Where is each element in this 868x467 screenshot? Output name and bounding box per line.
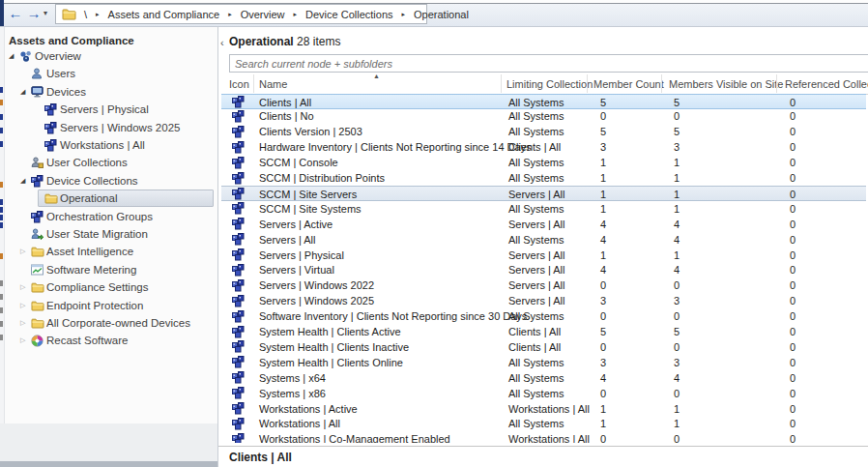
tree-collapsed-icon[interactable]: ▷ [20,336,25,344]
table-header: ▲ IconNameLimiting CollectionMember Coun… [221,73,868,95]
column-header-name[interactable]: Name [259,78,287,90]
sidebar-item-orchestration-groups[interactable]: Orchestration Groups [5,209,217,226]
collection-icon [232,340,245,353]
breadcrumb-segment-assets-and-compliance[interactable]: Assets and Compliance [108,9,220,20]
table-row-hardware-inventory-clients-not-reporting-since-14-days[interactable]: Hardware Inventory | Clients Not Reporti… [221,140,866,156]
table-row-servers-physical[interactable]: Servers | PhysicalServers | All110 [221,248,866,263]
column-divider[interactable] [501,74,502,93]
table-row-servers-all[interactable]: Servers | AllAll Systems440 [221,232,866,248]
row-limiting-collection: All Systems [508,157,564,168]
column-divider[interactable] [587,74,588,93]
breadcrumb-segment-overview[interactable]: Overview [241,9,285,20]
breadcrumb-segment-operational[interactable]: Operational [414,9,469,20]
table-row-clients-no[interactable]: Clients | NoAll Systems000 [221,109,866,125]
table-row-system-health-clients-online[interactable]: System Health | Clients OnlineAll System… [221,355,866,370]
sidebar-item-label: Operational [60,192,117,204]
sidebar-item-overview[interactable]: ◢Overview [5,48,217,66]
table-row-servers-windows-2025[interactable]: Servers | Windows 2025Servers | All330 [221,294,866,309]
breadcrumb-separator-icon: ▸ [219,11,241,18]
sidebar-item-recast-software[interactable]: ▷Recast Software [5,333,217,350]
search-input[interactable] [229,54,868,73]
column-header-member-count[interactable]: Member Count [593,78,664,90]
sidebar-item-servers-windows-2025[interactable]: Servers | Windows 2025 [5,120,217,137]
sidebar-item-compliance-settings[interactable]: ▷Compliance Settings [5,279,217,297]
table-row-sccm-distribution-points[interactable]: SCCM | Distribution PointsAll Systems110 [221,171,866,187]
table-row-systems-x86[interactable]: Systems | x86All Systems000 [221,386,866,401]
table-row-workstations-co-management-enabled[interactable]: Workstations | Co-Management EnabledWork… [221,432,866,443]
back-arrow-icon: ← [9,5,23,21]
column-divider[interactable] [661,74,662,93]
row-referenced-collection: 0 [790,418,796,429]
table-row-sccm-console[interactable]: SCCM | ConsoleAll Systems110 [221,156,866,171]
history-dropdown-icon[interactable]: ▾ [43,9,47,17]
tree-collapsed-icon[interactable]: ▷ [20,319,25,327]
row-members-visible: 1 [674,189,680,200]
column-divider[interactable] [776,74,777,93]
sidebar-item-devices[interactable]: ◢Devices [5,84,217,102]
collection-icon [44,103,58,116]
column-header-icon[interactable]: Icon [229,78,249,90]
collapse-sidebar-icon[interactable]: ‹ [220,37,224,48]
collection-icon [232,310,245,323]
row-referenced-collection: 0 [790,219,796,230]
sidebar-item-user-state-migration[interactable]: User State Migration [5,226,217,244]
clipped-icon-fragment [0,128,3,133]
clipped-icon-fragment [0,222,3,228]
table-row-system-health-clients-active[interactable]: System Health | Clients ActiveClients | … [221,325,866,340]
tree-collapsed-icon[interactable]: ▷ [20,283,25,291]
table-row-sccm-site-systems[interactable]: SCCM | Site SystemsAll Systems110 [221,201,866,217]
collection-icon [232,418,245,430]
row-referenced-collection: 0 [790,249,796,261]
sidebar-item-label: User Collections [46,157,128,168]
table-row-sccm-site-servers[interactable]: SCCM | Site ServersServers | All110 [221,186,866,201]
table-row-clients-all[interactable]: Clients | AllAll Systems550 [221,94,866,109]
sidebar-item-device-collections[interactable]: ◢Device Collections [5,173,217,190]
table-row-clients-version-2503[interactable]: Clients Version | 2503All Systems550 [221,125,866,140]
tree-collapsed-icon[interactable]: ▷ [20,248,25,255]
row-referenced-collection: 0 [790,97,796,108]
row-limiting-collection: All Systems [508,357,564,368]
table-row-software-inventory-clients-not-reporting-since-30-days[interactable]: Software Inventory | Clients Not Reporti… [221,309,866,325]
table-row-servers-active[interactable]: Servers | ActiveServers | All440 [221,217,866,232]
tree-collapsed-icon[interactable]: ▷ [20,302,25,309]
configuration-manager-console: ← → ▾ \ ▸Assets and Compliance▸Overview▸… [0,0,868,467]
collection-icon [31,175,44,188]
row-name: SCCM | Site Systems [259,203,362,215]
forward-button[interactable]: → [25,3,43,22]
row-limiting-collection: All Systems [508,418,564,429]
tree-expanded-icon[interactable]: ◢ [9,52,14,60]
column-header-referenced-collection[interactable]: Referenced Collection [785,78,868,90]
row-name: SCCM | Distribution Points [259,172,385,184]
back-button[interactable]: ← [7,3,24,22]
row-referenced-collection: 0 [790,110,796,122]
sidebar-item-user-collections[interactable]: User Collections [5,155,217,172]
row-member-count: 4 [600,234,606,246]
sidebar-item-users[interactable]: Users [5,66,217,83]
sidebar-item-servers-physical[interactable]: Servers | Physical [5,102,217,119]
column-header-limiting-collection[interactable]: Limiting Collection [506,78,593,90]
table-row-workstations-all[interactable]: Workstations | AllAll Systems110 [221,417,866,432]
sidebar-item-workstations-all[interactable]: Workstations | All [5,137,217,155]
row-limiting-collection: Clients | All [508,141,561,153]
row-members-visible: 0 [674,341,680,353]
table-row-systems-x64[interactable]: Systems | x64All Systems440 [221,370,866,386]
sidebar-item-operational[interactable]: Operational [5,190,217,208]
column-header-members-visible-on-site[interactable]: Members Visible on Site [669,78,783,90]
sidebar-item-asset-intelligence[interactable]: ▷Asset Intelligence [5,244,217,261]
column-divider[interactable] [253,74,254,93]
clipped-icon-fragment [0,141,3,147]
table-row-workstations-active[interactable]: Workstations | ActiveWorkstations | All1… [221,401,866,417]
table-row-servers-windows-2022[interactable]: Servers | Windows 2022Servers | All000 [221,278,866,294]
table-row-servers-virtual[interactable]: Servers | VirtualServers | All440 [221,263,866,278]
sidebar-item-endpoint-protection[interactable]: ▷Endpoint Protection [5,298,217,315]
tree-expanded-icon[interactable]: ◢ [20,88,25,96]
row-member-count: 5 [600,326,606,337]
table-row-system-health-clients-inactive[interactable]: System Health | Clients InactiveClients … [221,339,866,355]
row-members-visible: 1 [674,203,680,215]
row-name: System Health | Clients Active [259,326,401,337]
tree-expanded-icon[interactable]: ◢ [20,177,25,185]
sidebar-item-all-corporate-owned-devices[interactable]: ▷All Corporate-owned Devices [5,315,217,333]
breadcrumb-segment-device-collections[interactable]: Device Collections [305,9,392,20]
sidebar-item-software-metering[interactable]: Software Metering [5,262,217,279]
row-limiting-collection: Servers | All [508,295,565,306]
